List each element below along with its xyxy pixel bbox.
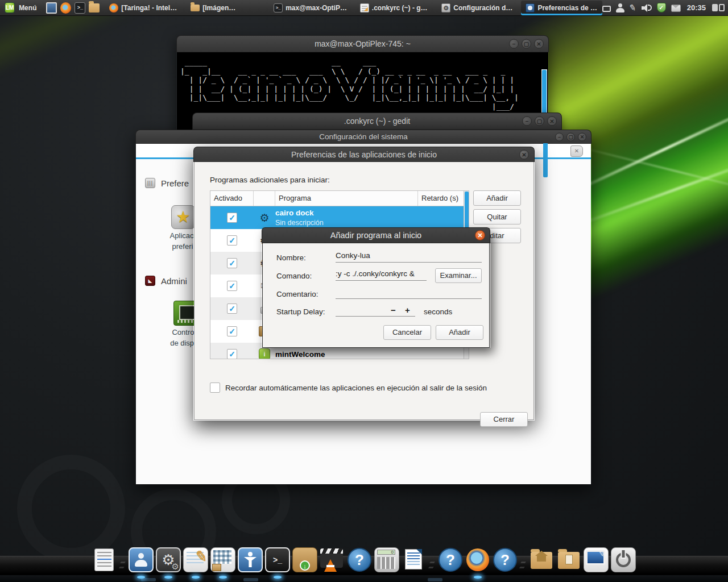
minimize-button[interactable]: –: [509, 39, 519, 49]
close-button[interactable]: ✕: [578, 132, 586, 141]
terminal-title: max@max-OptiPlex-745: ~: [315, 39, 411, 48]
mintwelcome-icon: i: [259, 348, 270, 359]
dock-desktop-preferences-icon[interactable]: ✎: [583, 547, 609, 573]
row-checkbox[interactable]: ✓: [227, 326, 237, 336]
close-button[interactable]: ✕: [519, 149, 529, 159]
dock-terminal-icon[interactable]: >_: [264, 547, 291, 573]
menu-button[interactable]: Menú: [19, 4, 36, 12]
dock-help-icon[interactable]: ?: [346, 547, 373, 573]
taskbar-item-terminal[interactable]: >_ max@max-OptiPle...: [269, 1, 352, 15]
download-arrow-icon: ↓: [300, 560, 310, 571]
close-button[interactable]: ✕: [534, 39, 544, 49]
dock-documents-folder-icon[interactable]: [556, 547, 582, 573]
dock-system-gears-icon[interactable]: ⚙⚙: [155, 547, 181, 573]
dock-power-icon[interactable]: [610, 547, 636, 573]
comment-input[interactable]: [336, 288, 482, 299]
close-dialog-button[interactable]: Cerrar: [480, 412, 528, 427]
maximize-button[interactable]: ▢: [522, 39, 531, 49]
user-icon: [135, 553, 147, 567]
dock-package-installer-icon[interactable]: ↓: [292, 547, 318, 573]
minimize-button[interactable]: –: [555, 132, 564, 141]
add-button[interactable]: Añadir: [473, 190, 521, 206]
dock-office-writer-icon[interactable]: [401, 547, 427, 573]
firefox-launcher[interactable]: [60, 2, 71, 14]
startup-dialog-titlebar[interactable]: Preferencias de las aplicaciones de inic…: [193, 147, 535, 162]
running-indicator: [219, 576, 227, 579]
command-label: Comando:: [276, 272, 312, 280]
taskbar-item-settings[interactable]: ⚙ Configuración del...: [437, 1, 518, 15]
volume-icon[interactable]: [642, 3, 652, 13]
clock[interactable]: 20:35: [687, 3, 706, 12]
settings-icon: ⚙: [441, 3, 450, 13]
terminal-launcher[interactable]: >_: [75, 2, 85, 14]
column-activado[interactable]: Activado: [210, 191, 254, 206]
dock-help-icon[interactable]: ?: [437, 547, 464, 573]
startup-delay-input[interactable]: [336, 305, 415, 317]
remember-apps-option[interactable]: Recordar automáticamente las aplicacione…: [210, 383, 487, 393]
settings-titlebar[interactable]: Configuración del sistema – ▢ ✕: [135, 130, 592, 144]
spin-plus-icon[interactable]: +: [405, 305, 410, 315]
column-icon[interactable]: [254, 191, 275, 206]
dock-accessibility-icon[interactable]: [237, 547, 263, 573]
table-row[interactable]: ✓ ⚙ cairo dock Sin descripción: [210, 206, 464, 229]
folder-icon: [89, 3, 100, 13]
taskbar-item-startup-prefs[interactable]: Preferencias de la...: [521, 1, 602, 15]
dock-calculator-icon[interactable]: 0: [374, 547, 400, 573]
workspace-switcher[interactable]: [712, 4, 725, 11]
notification-area-icon[interactable]: [602, 6, 611, 12]
add-confirm-button[interactable]: Añadir: [436, 325, 483, 340]
folder-icon: [531, 552, 552, 569]
row-checkbox[interactable]: ✓: [227, 349, 237, 359]
tablet-pen-icon[interactable]: ✎: [628, 2, 638, 14]
mint-menu-icon[interactable]: LM: [5, 2, 15, 13]
add-dialog-titlebar[interactable]: Añadir programa al inicio ✕: [262, 227, 490, 243]
row-checkbox[interactable]: ✓: [227, 281, 237, 291]
row-checkbox[interactable]: ✓: [227, 304, 237, 314]
tag-icon[interactable]: ✕: [570, 146, 583, 157]
dock-media-player-icon[interactable]: [319, 547, 345, 573]
menu-scroll-icon: [94, 548, 114, 571]
mail-notifier-icon[interactable]: [671, 5, 681, 12]
command-input[interactable]: :y -c ./.conky/conkyrc &: [336, 269, 427, 281]
cancel-button[interactable]: Cancelar: [383, 325, 431, 340]
seconds-label: seconds: [424, 307, 452, 316]
column-retardo[interactable]: Retardo (s): [418, 191, 464, 206]
remove-button[interactable]: Quitar: [473, 209, 521, 225]
spin-minus-icon[interactable]: −: [391, 305, 396, 315]
terminal-scrollbar[interactable]: [543, 143, 548, 177]
dock-user-account-icon[interactable]: [128, 547, 154, 573]
dock-separator: [520, 559, 526, 573]
dock-notes-icon[interactable]: ✎: [183, 547, 209, 573]
dock-menu-scroll-icon[interactable]: [92, 547, 118, 573]
preferred-applications-icon[interactable]: ★: [171, 205, 195, 229]
update-shield-icon[interactable]: ✓: [657, 3, 666, 13]
maximize-button[interactable]: ▢: [535, 117, 544, 126]
user-applet-icon[interactable]: [616, 3, 624, 13]
dock-character-map-icon[interactable]: [210, 547, 236, 573]
row-checkbox[interactable]: ✓: [227, 213, 237, 223]
dock-firefox-icon[interactable]: [465, 547, 491, 573]
dock-home-folder-icon[interactable]: [528, 547, 555, 573]
taskbar-item-taringa[interactable]: [Taringa! - Intelig...: [105, 1, 183, 15]
terminal-titlebar[interactable]: max@max-OptiPlex-745: ~ – ▢ ✕: [176, 35, 549, 52]
question-icon: ?: [348, 548, 371, 572]
question-icon: ?: [439, 548, 462, 572]
folder-launcher[interactable]: [89, 2, 100, 14]
close-button[interactable]: ✕: [475, 230, 485, 240]
running-indicator: [164, 576, 172, 579]
dock-help-icon[interactable]: ?: [492, 547, 518, 573]
name-input[interactable]: Conky-lua: [336, 251, 482, 263]
row-checkbox[interactable]: ✓: [227, 258, 237, 268]
remember-checkbox[interactable]: [210, 383, 220, 393]
taskbar-item-imagenes[interactable]: [Imágenes]: [186, 1, 241, 15]
row-checkbox[interactable]: ✓: [227, 235, 237, 246]
taskbar-item-gedit[interactable]: .conkyrc (~) - gedit: [355, 1, 433, 15]
maximize-button[interactable]: ▢: [566, 132, 575, 141]
add-dialog-body: Nombre: Conky-lua Comando: :y -c ./.conk…: [262, 243, 490, 348]
close-button[interactable]: ✕: [547, 117, 557, 126]
show-desktop-launcher[interactable]: [46, 2, 57, 14]
column-programa[interactable]: Programa: [275, 191, 418, 206]
minimize-button[interactable]: –: [522, 117, 532, 126]
browse-button[interactable]: Examinar...: [435, 268, 482, 283]
gedit-titlebar[interactable]: .conkyrc (~) - gedit – ▢ ✕: [192, 113, 562, 130]
